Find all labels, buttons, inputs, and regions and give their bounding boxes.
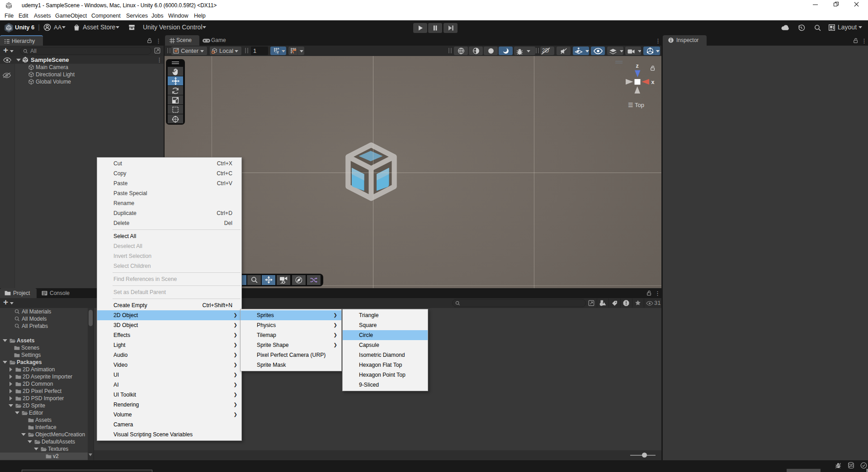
svg-text:z: z xyxy=(636,63,639,69)
svg-text:Y: Y xyxy=(277,50,279,54)
svg-text:x: x xyxy=(651,79,655,85)
